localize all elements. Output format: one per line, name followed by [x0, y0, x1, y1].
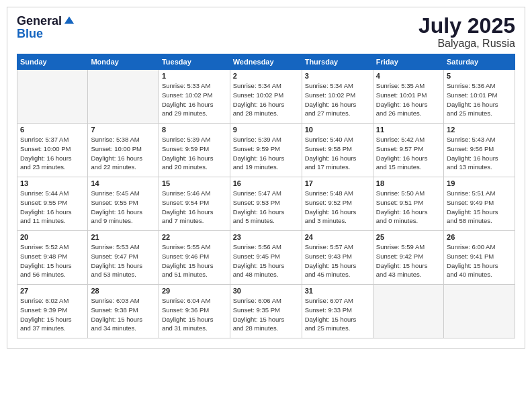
- logo-icon: [63, 14, 75, 26]
- day-info: Sunrise: 5:40 AMSunset: 9:58 PMDaylight:…: [305, 135, 370, 172]
- day-number: 31: [305, 287, 370, 295]
- day-info: Sunrise: 6:04 AMSunset: 9:36 PMDaylight:…: [162, 296, 227, 333]
- day-number: 15: [162, 179, 227, 187]
- day-number: 3: [305, 72, 370, 80]
- day-number: 13: [20, 179, 85, 187]
- day-info: Sunrise: 6:02 AMSunset: 9:39 PMDaylight:…: [20, 296, 85, 333]
- day-number: 26: [447, 233, 512, 241]
- calendar-cell: 26Sunrise: 6:00 AMSunset: 9:41 PMDayligh…: [444, 231, 515, 285]
- calendar-cell: 31Sunrise: 6:07 AMSunset: 9:33 PMDayligh…: [302, 285, 373, 338]
- calendar-cell: 4Sunrise: 5:35 AMSunset: 10:01 PMDayligh…: [373, 70, 443, 124]
- calendar-cell: 20Sunrise: 5:52 AMSunset: 9:48 PMDayligh…: [17, 231, 88, 285]
- day-info: Sunrise: 5:39 AMSunset: 9:59 PMDaylight:…: [162, 135, 227, 172]
- weekday-header: Thursday: [302, 54, 373, 70]
- calendar-cell: [373, 285, 443, 338]
- calendar-cell: 17Sunrise: 5:48 AMSunset: 9:52 PMDayligh…: [302, 177, 373, 231]
- calendar-cell: 23Sunrise: 5:56 AMSunset: 9:45 PMDayligh…: [230, 231, 302, 285]
- calendar-cell: [17, 70, 88, 124]
- calendar-cell: 16Sunrise: 5:47 AMSunset: 9:53 PMDayligh…: [230, 177, 302, 231]
- day-number: 7: [91, 126, 156, 134]
- logo: General Blue: [17, 14, 75, 40]
- day-info: Sunrise: 5:46 AMSunset: 9:54 PMDaylight:…: [162, 189, 227, 226]
- day-info: Sunrise: 5:53 AMSunset: 9:47 PMDaylight:…: [91, 242, 156, 279]
- day-info: Sunrise: 6:07 AMSunset: 9:33 PMDaylight:…: [305, 296, 370, 333]
- day-info: Sunrise: 5:50 AMSunset: 9:51 PMDaylight:…: [376, 189, 441, 226]
- day-number: 4: [376, 72, 441, 80]
- day-info: Sunrise: 5:59 AMSunset: 9:42 PMDaylight:…: [376, 242, 441, 279]
- day-number: 19: [447, 179, 512, 187]
- day-number: 28: [91, 287, 156, 295]
- day-number: 29: [162, 287, 227, 295]
- day-number: 18: [376, 179, 441, 187]
- day-info: Sunrise: 5:43 AMSunset: 9:56 PMDaylight:…: [447, 135, 512, 172]
- calendar-cell: 19Sunrise: 5:51 AMSunset: 9:49 PMDayligh…: [444, 177, 515, 231]
- calendar-cell: 15Sunrise: 5:46 AMSunset: 9:54 PMDayligh…: [159, 177, 230, 231]
- day-number: 8: [162, 126, 227, 134]
- day-info: Sunrise: 5:39 AMSunset: 9:59 PMDaylight:…: [233, 135, 299, 172]
- calendar-cell: [444, 285, 515, 338]
- calendar-cell: 12Sunrise: 5:43 AMSunset: 9:56 PMDayligh…: [444, 124, 515, 177]
- day-number: 9: [233, 126, 299, 134]
- day-info: Sunrise: 5:35 AMSunset: 10:01 PMDaylight…: [376, 81, 441, 118]
- day-number: 21: [91, 233, 156, 241]
- day-info: Sunrise: 5:36 AMSunset: 10:01 PMDaylight…: [447, 81, 512, 118]
- calendar-cell: 3Sunrise: 5:34 AMSunset: 10:02 PMDayligh…: [302, 70, 373, 124]
- day-number: 30: [233, 287, 299, 295]
- day-info: Sunrise: 6:00 AMSunset: 9:41 PMDaylight:…: [447, 242, 512, 279]
- day-number: 16: [233, 179, 299, 187]
- location-title: Balyaga, Russia: [418, 38, 515, 50]
- day-info: Sunrise: 5:42 AMSunset: 9:57 PMDaylight:…: [376, 135, 441, 172]
- weekday-header: Tuesday: [159, 54, 230, 70]
- day-info: Sunrise: 5:52 AMSunset: 9:48 PMDaylight:…: [20, 242, 85, 279]
- day-number: 1: [162, 72, 227, 80]
- day-number: 2: [233, 72, 299, 80]
- calendar-cell: 5Sunrise: 5:36 AMSunset: 10:01 PMDayligh…: [444, 70, 515, 124]
- day-info: Sunrise: 5:48 AMSunset: 9:52 PMDaylight:…: [305, 189, 370, 226]
- day-info: Sunrise: 5:55 AMSunset: 9:46 PMDaylight:…: [162, 242, 227, 279]
- calendar-cell: 14Sunrise: 5:45 AMSunset: 9:55 PMDayligh…: [88, 177, 159, 231]
- calendar-cell: 10Sunrise: 5:40 AMSunset: 9:58 PMDayligh…: [302, 124, 373, 177]
- day-number: 17: [305, 179, 370, 187]
- day-number: 20: [20, 233, 85, 241]
- calendar-cell: 29Sunrise: 6:04 AMSunset: 9:36 PMDayligh…: [159, 285, 230, 338]
- weekday-header: Sunday: [17, 54, 88, 70]
- day-info: Sunrise: 5:57 AMSunset: 9:43 PMDaylight:…: [305, 242, 370, 279]
- day-info: Sunrise: 5:44 AMSunset: 9:55 PMDaylight:…: [20, 189, 85, 226]
- day-number: 24: [305, 233, 370, 241]
- day-number: 25: [376, 233, 441, 241]
- calendar-cell: 7Sunrise: 5:38 AMSunset: 10:00 PMDayligh…: [88, 124, 159, 177]
- day-info: Sunrise: 5:45 AMSunset: 9:55 PMDaylight:…: [91, 189, 156, 226]
- day-info: Sunrise: 5:33 AMSunset: 10:02 PMDaylight…: [162, 81, 227, 118]
- day-info: Sunrise: 5:34 AMSunset: 10:02 PMDaylight…: [233, 81, 299, 118]
- svg-marker-0: [64, 17, 74, 24]
- day-info: Sunrise: 6:06 AMSunset: 9:35 PMDaylight:…: [233, 296, 299, 333]
- day-info: Sunrise: 5:47 AMSunset: 9:53 PMDaylight:…: [233, 189, 299, 226]
- calendar-cell: 22Sunrise: 5:55 AMSunset: 9:46 PMDayligh…: [159, 231, 230, 285]
- calendar-cell: 1Sunrise: 5:33 AMSunset: 10:02 PMDayligh…: [159, 70, 230, 124]
- weekday-header: Monday: [88, 54, 159, 70]
- month-title: July 2025: [418, 14, 515, 38]
- day-number: 11: [376, 126, 441, 134]
- day-number: 22: [162, 233, 227, 241]
- calendar-cell: 27Sunrise: 6:02 AMSunset: 9:39 PMDayligh…: [17, 285, 88, 338]
- day-number: 27: [20, 287, 85, 295]
- day-number: 10: [305, 126, 370, 134]
- day-number: 5: [447, 72, 512, 80]
- calendar-cell: 24Sunrise: 5:57 AMSunset: 9:43 PMDayligh…: [302, 231, 373, 285]
- day-info: Sunrise: 5:51 AMSunset: 9:49 PMDaylight:…: [447, 189, 512, 226]
- title-area: July 2025 Balyaga, Russia: [418, 14, 515, 50]
- calendar-cell: 8Sunrise: 5:39 AMSunset: 9:59 PMDaylight…: [159, 124, 230, 177]
- day-number: 14: [91, 179, 156, 187]
- day-info: Sunrise: 5:37 AMSunset: 10:00 PMDaylight…: [20, 135, 85, 172]
- calendar-cell: 21Sunrise: 5:53 AMSunset: 9:47 PMDayligh…: [88, 231, 159, 285]
- calendar-cell: 25Sunrise: 5:59 AMSunset: 9:42 PMDayligh…: [373, 231, 443, 285]
- calendar-cell: 2Sunrise: 5:34 AMSunset: 10:02 PMDayligh…: [230, 70, 302, 124]
- calendar-cell: 6Sunrise: 5:37 AMSunset: 10:00 PMDayligh…: [17, 124, 88, 177]
- calendar-cell: 28Sunrise: 6:03 AMSunset: 9:38 PMDayligh…: [88, 285, 159, 338]
- calendar: SundayMondayTuesdayWednesdayThursdayFrid…: [17, 54, 515, 338]
- calendar-cell: 30Sunrise: 6:06 AMSunset: 9:35 PMDayligh…: [230, 285, 302, 338]
- weekday-header: Saturday: [444, 54, 515, 70]
- day-info: Sunrise: 5:34 AMSunset: 10:02 PMDaylight…: [305, 81, 370, 118]
- day-info: Sunrise: 5:38 AMSunset: 10:00 PMDaylight…: [91, 135, 156, 172]
- weekday-header: Friday: [373, 54, 443, 70]
